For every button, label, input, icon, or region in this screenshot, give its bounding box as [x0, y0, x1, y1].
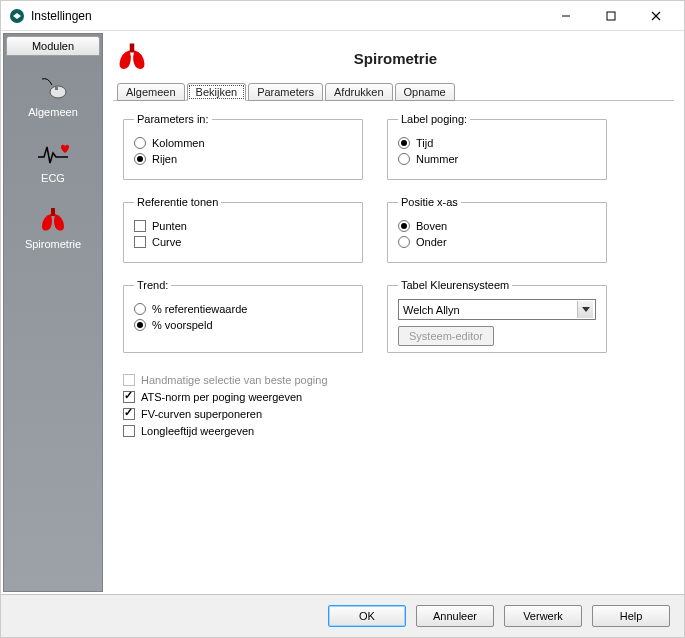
sidebar-item-ecg[interactable]: ECG [4, 130, 102, 196]
check-label: FV-curven superponeren [141, 408, 262, 420]
check-curve[interactable] [134, 236, 146, 248]
page-lungs-icon [115, 41, 149, 75]
tabstrip: Algemeen Bekijken Parameters Afdrukken O… [117, 83, 674, 101]
mouse-icon [4, 70, 102, 106]
group-positie-xas: Positie x-as Boven Onder [387, 196, 607, 263]
tab-bekijken[interactable]: Bekijken [187, 83, 247, 101]
sidebar-item-spirometrie[interactable]: Spirometrie [4, 196, 102, 262]
group-legend: Label poging: [398, 113, 470, 125]
bottom-bar: OK Annuleer Verwerk Help [1, 594, 684, 637]
radio-label: Kolommen [152, 137, 205, 149]
radio-kolommen[interactable] [134, 137, 146, 149]
radio-nummer[interactable] [398, 153, 410, 165]
svg-rect-6 [55, 87, 58, 90]
group-legend: Trend: [134, 279, 171, 291]
lungs-icon [4, 202, 102, 238]
check-label: Curve [152, 236, 181, 248]
tab-parameters[interactable]: Parameters [248, 83, 323, 101]
app-icon [9, 8, 25, 24]
check-handmatige [123, 374, 135, 386]
close-button[interactable] [633, 2, 678, 30]
radio-rijen[interactable] [134, 153, 146, 165]
radio-referentiewaarde[interactable] [134, 303, 146, 315]
verwerk-button[interactable]: Verwerk [504, 605, 582, 627]
group-legend: Positie x-as [398, 196, 461, 208]
tab-afdrukken[interactable]: Afdrukken [325, 83, 393, 101]
radio-label: % voorspeld [152, 319, 213, 331]
group-trend: Trend: % referentiewaarde % voorspeld [123, 279, 363, 353]
group-parameters-in: Parameters in: Kolommen Rijen [123, 113, 363, 180]
ecg-icon [4, 136, 102, 172]
radio-label: Rijen [152, 153, 177, 165]
page-title: Spirometrie [157, 50, 634, 67]
window-title: Instellingen [31, 9, 543, 23]
check-longleeftijd[interactable] [123, 425, 135, 437]
annuleer-button[interactable]: Annuleer [416, 605, 494, 627]
radio-label: Tijd [416, 137, 433, 149]
check-atsnorm[interactable] [123, 391, 135, 403]
extra-checks: Handmatige selectie van beste poging ATS… [123, 369, 363, 442]
svg-rect-2 [607, 12, 615, 20]
content-panel: Spirometrie Algemeen Bekijken Parameters… [105, 33, 682, 592]
dropdown-value: Welch Allyn [403, 304, 460, 316]
radio-label: Nummer [416, 153, 458, 165]
group-label-poging: Label poging: Tijd Nummer [387, 113, 607, 180]
check-punten[interactable] [134, 220, 146, 232]
group-referentie-tonen: Referentie tonen Punten Curve [123, 196, 363, 263]
tab-algemeen[interactable]: Algemeen [117, 83, 185, 101]
sidebar-item-label: Algemeen [4, 106, 102, 118]
radio-boven[interactable] [398, 220, 410, 232]
window: Instellingen Modulen [0, 0, 685, 638]
maximize-button[interactable] [588, 2, 633, 30]
radio-tijd[interactable] [398, 137, 410, 149]
sidebar-item-algemeen[interactable]: Algemeen [4, 64, 102, 130]
radio-label: Boven [416, 220, 447, 232]
check-label: ATS-norm per poging weergeven [141, 391, 302, 403]
group-legend: Referentie tonen [134, 196, 221, 208]
radio-voorspeld[interactable] [134, 319, 146, 331]
group-legend: Parameters in: [134, 113, 212, 125]
group-legend: Tabel Kleurensysteem [398, 279, 512, 291]
radio-label: % referentiewaarde [152, 303, 247, 315]
check-label: Punten [152, 220, 187, 232]
help-button[interactable]: Help [592, 605, 670, 627]
check-label: Handmatige selectie van beste poging [141, 374, 328, 386]
chevron-down-icon [577, 301, 593, 318]
check-fvcurven[interactable] [123, 408, 135, 420]
window-controls [543, 2, 678, 30]
minimize-button[interactable] [543, 2, 588, 30]
radio-onder[interactable] [398, 236, 410, 248]
group-kleurensysteem: Tabel Kleurensysteem Welch Allyn Systeem… [387, 279, 607, 353]
radio-label: Onder [416, 236, 447, 248]
tab-opname[interactable]: Opname [395, 83, 455, 101]
sidebar-item-label: ECG [4, 172, 102, 184]
dropdown-kleurensysteem[interactable]: Welch Allyn [398, 299, 596, 320]
check-label: Longleeftijd weergeven [141, 425, 254, 437]
ok-button[interactable]: OK [328, 605, 406, 627]
sidebar-item-label: Spirometrie [4, 238, 102, 250]
titlebar: Instellingen [1, 1, 684, 31]
systeem-editor-button[interactable]: Systeem-editor [398, 326, 494, 346]
sidebar: Modulen Algemeen [3, 33, 103, 592]
sidebar-tab-modulen[interactable]: Modulen [6, 36, 100, 56]
